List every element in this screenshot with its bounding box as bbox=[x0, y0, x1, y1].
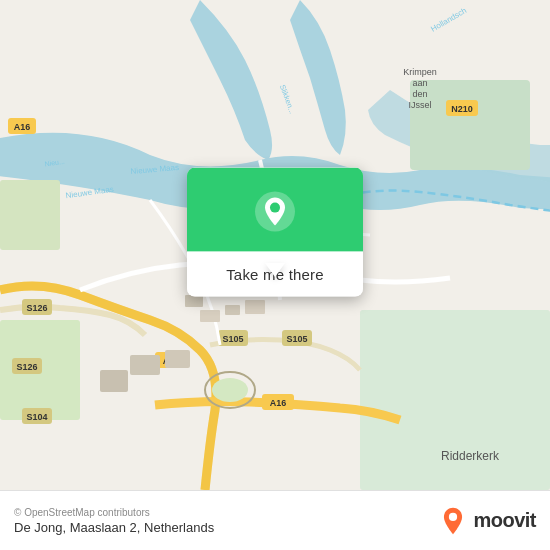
svg-text:A16: A16 bbox=[270, 398, 287, 408]
svg-rect-34 bbox=[225, 305, 240, 315]
footer-bar: © OpenStreetMap contributors De Jong, Ma… bbox=[0, 490, 550, 550]
svg-rect-3 bbox=[360, 310, 550, 490]
svg-text:S104: S104 bbox=[26, 412, 47, 422]
moovit-logo: moovit bbox=[439, 507, 536, 535]
moovit-brand-text: moovit bbox=[473, 509, 536, 532]
popup-header bbox=[187, 168, 363, 252]
svg-point-43 bbox=[270, 203, 280, 213]
svg-text:S105: S105 bbox=[222, 334, 243, 344]
svg-text:S105: S105 bbox=[286, 334, 307, 344]
svg-text:S126: S126 bbox=[16, 362, 37, 372]
svg-text:aan: aan bbox=[412, 78, 427, 88]
address-text: De Jong, Maaslaan 2, Netherlands bbox=[14, 520, 214, 535]
location-popup: Take me there bbox=[187, 168, 363, 297]
copyright-text: © OpenStreetMap contributors bbox=[14, 507, 214, 518]
footer-info: © OpenStreetMap contributors De Jong, Ma… bbox=[14, 507, 214, 535]
popup-arrow bbox=[265, 263, 285, 277]
svg-rect-35 bbox=[185, 295, 203, 307]
svg-rect-38 bbox=[165, 350, 190, 368]
moovit-pin-icon bbox=[439, 507, 467, 535]
svg-point-41 bbox=[212, 378, 248, 402]
svg-rect-1 bbox=[410, 80, 530, 170]
svg-rect-36 bbox=[245, 300, 265, 314]
svg-rect-4 bbox=[0, 180, 60, 250]
svg-text:IJssel: IJssel bbox=[408, 100, 431, 110]
location-pin-icon bbox=[253, 190, 297, 234]
svg-rect-37 bbox=[130, 355, 160, 375]
svg-text:den: den bbox=[412, 89, 427, 99]
svg-point-44 bbox=[449, 512, 457, 520]
svg-text:Ridderkerk: Ridderkerk bbox=[441, 449, 500, 463]
svg-rect-33 bbox=[200, 310, 220, 322]
svg-text:S126: S126 bbox=[26, 303, 47, 313]
svg-text:A16: A16 bbox=[14, 122, 31, 132]
map-container[interactable]: A16 S126 S126 S104 S105 S105 A16 N210 A1… bbox=[0, 0, 550, 490]
svg-text:Krimpen: Krimpen bbox=[403, 67, 437, 77]
svg-text:N210: N210 bbox=[451, 104, 473, 114]
svg-rect-39 bbox=[100, 370, 128, 392]
